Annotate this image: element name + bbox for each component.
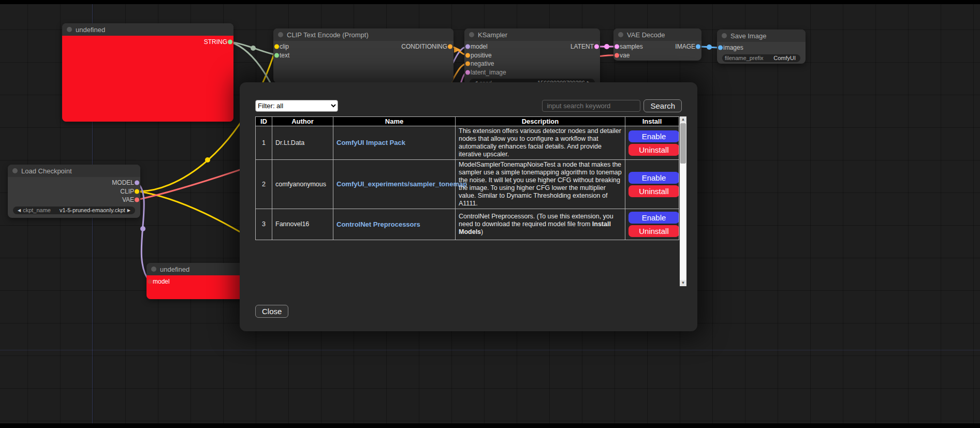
widget-value[interactable]: v1-5-pruned-emaonly.ckpt	[51, 207, 125, 213]
uninstall-button[interactable]: Uninstall	[628, 144, 679, 156]
dialog-toolbar: Filter: all Search	[255, 99, 682, 112]
enable-button[interactable]: Enable	[628, 212, 679, 224]
node-title: undefined	[160, 265, 189, 273]
input-port-text[interactable]	[274, 53, 279, 57]
cell-id: 1	[256, 126, 272, 160]
collapse-dot-icon[interactable]	[12, 168, 18, 173]
cell-id: 2	[256, 160, 272, 209]
input-port-images[interactable]	[718, 46, 723, 50]
collapse-dot-icon[interactable]	[278, 32, 283, 37]
node-save-image[interactable]: Save Image images filename_prefix ComfyU…	[717, 29, 806, 64]
custom-nodes-manager-dialog: Filter: all Search ID Author Name Descri…	[240, 82, 697, 331]
table-row: 3 Fannovel16 ControlNet Preprocessors Co…	[256, 209, 679, 240]
collapse-dot-icon[interactable]	[151, 267, 156, 272]
uninstall-button[interactable]: Uninstall	[628, 225, 679, 237]
output-port-model[interactable]	[135, 181, 139, 185]
node-title: CLIP Text Encode (Prompt)	[287, 31, 369, 39]
input-port-model[interactable]	[148, 279, 152, 284]
node-undefined-top[interactable]: undefined STRING	[62, 23, 233, 122]
output-slot-label: CONDITIONING	[401, 43, 447, 50]
error-node-body: STRING	[62, 36, 233, 122]
input-port-negative[interactable]	[465, 62, 470, 66]
cell-install: Enable Uninstall	[625, 160, 679, 209]
col-header-install: Install	[625, 117, 679, 126]
pack-link[interactable]: ComfyUI Impact Pack	[337, 139, 405, 146]
collapse-dot-icon[interactable]	[469, 32, 474, 37]
pack-link[interactable]: ControlNet Preprocessors	[337, 220, 420, 228]
input-slot-label: clip	[280, 43, 289, 50]
table-row: 1 Dr.Lt.Data ComfyUI Impact Pack This ex…	[256, 126, 679, 160]
extensions-table: ID Author Name Description Install 1 Dr.…	[255, 116, 679, 240]
input-slot-label: latent_image	[471, 69, 506, 76]
widget-value[interactable]: ComfyUI	[764, 55, 798, 61]
col-header-id: ID	[256, 117, 272, 126]
input-port-vae[interactable]	[615, 53, 619, 57]
node-ksampler[interactable]: KSampler model LATENT positive negative …	[464, 28, 600, 87]
output-slot-label: CLIP	[120, 188, 134, 195]
table-header-row: ID Author Name Description Install	[256, 117, 679, 126]
output-port-latent[interactable]	[594, 45, 599, 49]
cell-author: Fannovel16	[272, 209, 333, 240]
scrollbar-thumb[interactable]	[680, 123, 686, 164]
scroll-up-icon[interactable]: ▲	[680, 116, 686, 123]
search-input[interactable]	[542, 100, 640, 112]
extensions-table-wrap: ID Author Name Description Install 1 Dr.…	[255, 116, 682, 286]
output-port-vae[interactable]	[135, 198, 139, 202]
collapse-dot-icon[interactable]	[618, 32, 623, 37]
input-slot-label: samples	[620, 43, 643, 50]
output-port-conditioning[interactable]	[448, 45, 452, 49]
ckpt-name-widget[interactable]: ◀ ckpt_name v1-5-pruned-emaonly.ckpt ▶	[13, 206, 135, 214]
input-port-latent-image[interactable]	[465, 70, 470, 75]
node-title-bar[interactable]: Load Checkpoint	[8, 165, 140, 177]
output-slot-label: LATENT	[571, 43, 594, 50]
enable-button[interactable]: Enable	[628, 172, 679, 184]
output-slot-label: IMAGE	[675, 43, 695, 50]
filter-select[interactable]: Filter: all	[255, 100, 338, 112]
cell-install: Enable Uninstall	[625, 209, 679, 240]
pack-link[interactable]: ComfyUI_experiments/sampler_tonemap	[337, 180, 467, 188]
filename-prefix-widget[interactable]: filename_prefix ComfyUI	[722, 54, 800, 62]
search-button[interactable]: Search	[643, 99, 682, 112]
node-title-bar[interactable]: undefined	[62, 23, 233, 36]
uninstall-button[interactable]: Uninstall	[628, 185, 679, 197]
node-title-bar[interactable]: VAE Decode	[613, 28, 701, 41]
output-slot-label: VAE	[122, 196, 134, 203]
input-slot-label: text	[280, 52, 289, 59]
widget-label: filename_prefix	[725, 55, 764, 61]
cell-description: ModelSamplerTonemapNoiseTest a node that…	[456, 160, 625, 209]
input-port-model[interactable]	[465, 45, 470, 49]
input-port-positive[interactable]	[465, 53, 470, 57]
table-scrollbar[interactable]: ▲ ▼	[680, 116, 686, 286]
enable-button[interactable]: Enable	[628, 130, 679, 142]
node-title-bar[interactable]: CLIP Text Encode (Prompt)	[273, 28, 454, 41]
node-load-checkpoint[interactable]: Load Checkpoint MODEL CLIP VAE ◀ ckpt_na…	[8, 165, 140, 218]
output-port-image[interactable]	[696, 45, 700, 49]
output-slot-label: STRING	[204, 38, 227, 46]
node-title-bar[interactable]: KSampler	[464, 28, 600, 41]
cell-author: comfyanonymous	[272, 160, 333, 209]
node-clip-text-encode[interactable]: CLIP Text Encode (Prompt) clip CONDITION…	[273, 28, 454, 83]
error-node-body: model	[147, 275, 250, 299]
node-title-bar[interactable]: undefined	[147, 263, 250, 275]
output-port-clip[interactable]	[135, 189, 139, 194]
scroll-down-icon[interactable]: ▼	[680, 280, 686, 286]
widget-label: ckpt_name	[23, 207, 51, 213]
output-port-string[interactable]	[228, 40, 232, 45]
node-title-bar[interactable]: Save Image	[717, 29, 806, 42]
node-title: undefined	[76, 26, 105, 34]
input-port-samples[interactable]	[615, 45, 619, 49]
input-slot-label: model	[153, 278, 170, 285]
node-undefined-bottom[interactable]: undefined model	[147, 263, 250, 299]
decrement-arrow-icon[interactable]: ◀	[16, 208, 23, 213]
input-port-clip[interactable]	[274, 45, 279, 49]
input-slot-label: model	[471, 43, 488, 50]
node-title: KSampler	[478, 31, 507, 39]
increment-arrow-icon[interactable]: ▶	[125, 208, 133, 213]
node-vae-decode[interactable]: VAE Decode samples IMAGE vae	[613, 28, 701, 61]
search-group: Search	[542, 99, 682, 112]
collapse-dot-icon[interactable]	[67, 27, 72, 32]
node-title: Load Checkpoint	[21, 167, 72, 175]
collapse-dot-icon[interactable]	[722, 33, 727, 38]
close-button[interactable]: Close	[255, 305, 288, 318]
input-slot-label: vae	[620, 52, 630, 59]
